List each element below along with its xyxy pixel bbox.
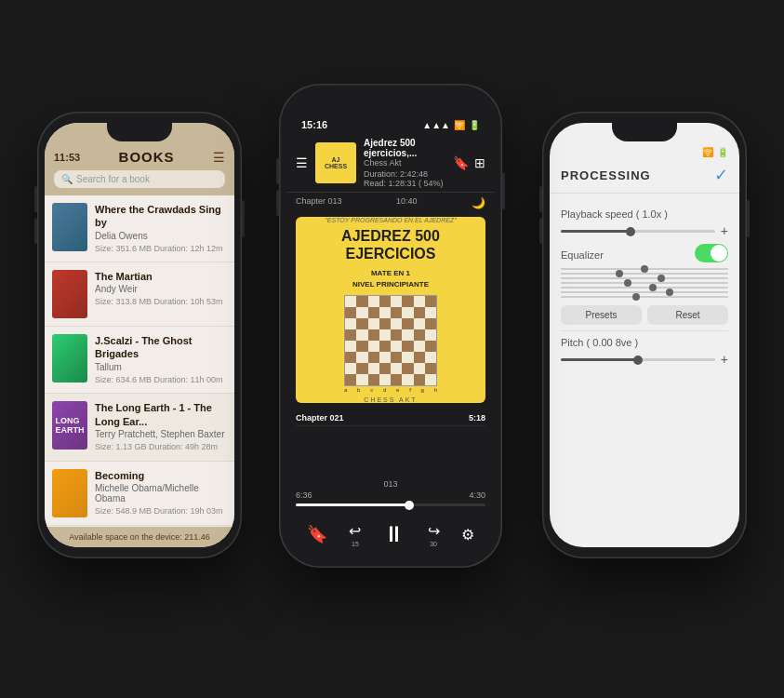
eq-slider[interactable] (561, 291, 728, 293)
book-meta: Size: 1.13 GB Duration: 49h 28m (95, 441, 227, 453)
reset-button[interactable]: Reset (647, 305, 728, 325)
search-placeholder: Search for a book (76, 174, 150, 184)
eq-slider[interactable] (561, 273, 728, 275)
player-controls: 🔖 ↩ 15 ⏸ ↪ 30 ⚙ (286, 514, 495, 557)
time-elapsed: 6:36 (296, 490, 312, 500)
hamburger-icon[interactable]: ☰ (296, 155, 308, 170)
playback-speed-slider[interactable] (561, 230, 715, 233)
bookmark-icon: 🔖 (307, 524, 327, 544)
book-times: Duration: 2:42:48 Read: 1:28:31 ( 54%) (364, 169, 445, 188)
forward-icon: ↪ (428, 522, 440, 540)
status-icons: 🛜 🔋 (702, 147, 728, 157)
volume-up-button[interactable] (276, 158, 279, 184)
progress-section: 013 6:36 4:30 (286, 476, 495, 514)
eq-slider[interactable] (561, 287, 728, 289)
eq-band-2 (561, 273, 728, 275)
book-title: Where the Crawdads Sing by (95, 203, 227, 230)
moon-icon[interactable]: 🌙 (472, 196, 485, 209)
pitch-label: Pitch ( 0.00 8ve ) (561, 337, 728, 348)
forward-label: 30 (430, 541, 437, 547)
book-meta: Size: 313.8 MB Duration: 10h 53m (95, 296, 227, 308)
list-item[interactable]: LONGEARTH The Long Earth - 1 - The Long … (45, 394, 234, 461)
progress-bar[interactable] (296, 503, 485, 506)
player-screen: 15:16 ▲▲▲ 🛜 🔋 ☰ AJCHESS Ajedrez 500 ejer… (286, 95, 495, 557)
volume-down-button[interactable] (539, 218, 542, 244)
books-footer: Available space on the device: 211.46 (45, 527, 234, 547)
eq-band-6 (561, 291, 728, 293)
progress-fill (296, 503, 409, 506)
proc-title: PROCESSING (561, 168, 651, 182)
play-pause-button[interactable]: ⏸ (383, 521, 405, 547)
time-remaining: 4:30 (469, 490, 485, 500)
notch (353, 95, 428, 115)
book-cover: LONGEARTH (52, 401, 87, 450)
right-phone: 🛜 🔋 PROCESSING ✓ Playback speed ( 1.0x ) (542, 112, 747, 558)
signal-icon: ▲▲▲ (422, 120, 450, 130)
left-phone: 11:53 BOOKS ☰ 🔍 Search for a book Wher (37, 112, 242, 558)
book-author: Andy Weir (95, 284, 227, 294)
play-pause-icon: ⏸ (383, 521, 405, 547)
book-cover (52, 203, 87, 251)
wifi-icon: 🛜 (454, 120, 465, 130)
books-title: BOOKS (119, 149, 175, 165)
bookmark-icon[interactable]: 🔖 (453, 155, 469, 170)
power-button[interactable] (502, 172, 505, 209)
chapters-icon[interactable]: ⊞ (474, 155, 485, 170)
phones-container: 11:53 BOOKS ☰ 🔍 Search for a book Wher (0, 0, 784, 698)
progress-handle[interactable] (405, 501, 414, 510)
list-item[interactable]: The Martian Andy Weir Size: 313.8 MB Dur… (45, 262, 234, 327)
equalizer-toggle-row: Equalizer (561, 242, 728, 264)
book-title: J.Scalzi - The Ghost Brigades (95, 334, 227, 361)
playback-plus-icon[interactable]: + (721, 223, 728, 238)
equalizer-icon: ⚙ (461, 526, 474, 544)
playback-speed-slider-row: + (561, 223, 728, 238)
notch (612, 123, 677, 141)
volume-up-button[interactable] (539, 186, 542, 212)
eq-slider[interactable] (561, 277, 728, 279)
forward-button[interactable]: ↪ 30 (428, 522, 440, 547)
confirm-button[interactable]: ✓ (714, 165, 728, 185)
chess-brand: CHESS AKT (364, 396, 417, 403)
divider (561, 330, 728, 331)
search-icon: 🔍 (61, 174, 73, 184)
search-bar[interactable]: 🔍 Search for a book (54, 170, 225, 188)
eq-band-1 (561, 268, 728, 270)
eq-band-3 (561, 277, 728, 279)
proc-body: Playback speed ( 1.0x ) + Equalizer (550, 194, 739, 547)
equalizer-button[interactable]: ⚙ (461, 526, 474, 544)
bookmark-control[interactable]: 🔖 (307, 524, 327, 544)
pitch-slider[interactable] (561, 358, 715, 361)
processing-screen: 🛜 🔋 PROCESSING ✓ Playback speed ( 1.0x ) (550, 123, 739, 547)
volume-up-button[interactable] (34, 186, 37, 212)
pitch-plus-icon[interactable]: + (721, 352, 728, 367)
volume-down-button[interactable] (34, 218, 37, 244)
list-item[interactable]: J.Scalzi - The Ghost Brigades Tallum Siz… (45, 327, 234, 394)
book-title: Ajedrez 500 ejercicios,... (364, 138, 445, 158)
book-info: The Martian Andy Weir Size: 313.8 MB Dur… (95, 270, 227, 308)
status-time: 15:16 (301, 119, 327, 130)
books-screen: 11:53 BOOKS ☰ 🔍 Search for a book Wher (45, 123, 234, 547)
eq-slider[interactable] (561, 282, 728, 284)
eq-slider[interactable] (561, 296, 728, 298)
menu-icon[interactable]: ☰ (213, 150, 225, 165)
book-author: Chess Akt (364, 158, 445, 168)
power-button[interactable] (242, 200, 245, 237)
book-cover (52, 270, 87, 318)
book-title: The Long Earth - 1 - The Long Ear... (95, 401, 227, 428)
equalizer-toggle[interactable] (695, 244, 728, 262)
list-item[interactable]: Becoming Michelle Obama/Michelle Obama S… (45, 462, 234, 526)
chapter-item[interactable]: Chapter 021 5:18 (296, 410, 485, 426)
chess-quote: "ESTOY PROGRESANDO EN EL AJEDREZ" (325, 217, 456, 223)
power-button[interactable] (747, 200, 750, 237)
book-author: Michelle Obama/Michelle Obama (95, 483, 227, 503)
book-meta: Size: 634.6 MB Duration: 11h 00m (95, 374, 227, 386)
volume-down-button[interactable] (276, 190, 279, 216)
eq-band-7 (561, 296, 728, 298)
eq-slider[interactable] (561, 268, 728, 270)
rewind-button[interactable]: ↩ 15 (349, 522, 361, 547)
presets-button[interactable]: Presets (561, 305, 642, 325)
chapter-list: Chapter 021 5:18 (286, 407, 495, 476)
list-item[interactable]: Where the Crawdads Sing by Delia Owens S… (45, 195, 234, 262)
player-header-info: Ajedrez 500 ejercicios,... Chess Akt Dur… (364, 138, 445, 188)
toggle-dot (711, 245, 727, 262)
